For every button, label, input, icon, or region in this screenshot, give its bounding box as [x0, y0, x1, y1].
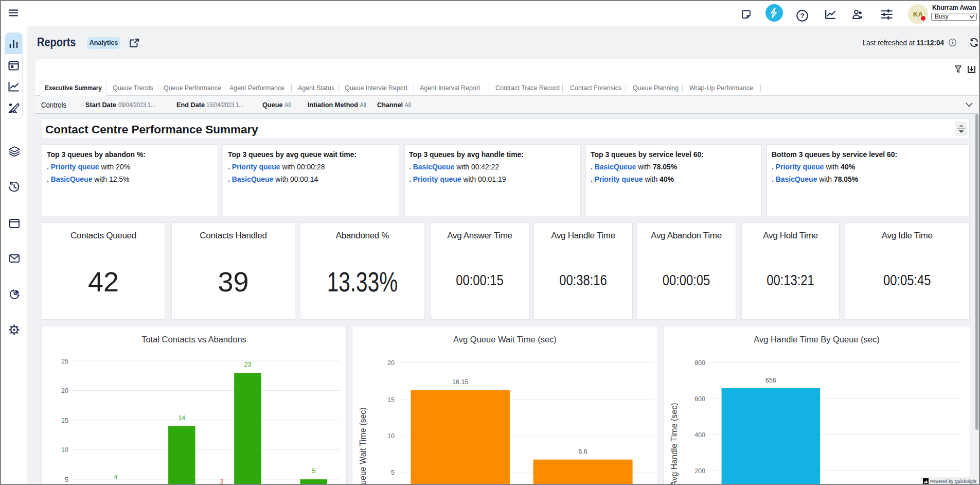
svg-text:20: 20 [61, 387, 68, 394]
svg-text:Total Contacts vs Abandons: Total Contacts vs Abandons [141, 335, 246, 344]
svg-text:800: 800 [694, 359, 705, 367]
svg-text:10: 10 [61, 446, 68, 454]
svg-text:14: 14 [178, 414, 185, 422]
svg-text:Avg Queue Wait Time (sec): Avg Queue Wait Time (sec) [359, 407, 367, 484]
svg-text:15: 15 [61, 417, 68, 424]
svg-text:3: 3 [220, 478, 224, 484]
svg-text:200: 200 [694, 467, 705, 475]
svg-text:Avg Queue Wait Time (sec): Avg Queue Wait Time (sec) [453, 335, 557, 344]
svg-text:20: 20 [387, 359, 395, 367]
svg-text:25: 25 [61, 358, 68, 365]
svg-text:4: 4 [114, 474, 118, 481]
svg-text:Avg Handle Time By Queue (sec): Avg Handle Time By Queue (sec) [754, 335, 880, 344]
svg-text:6.6: 6.6 [578, 448, 587, 455]
svg-text:10: 10 [387, 432, 395, 440]
svg-text:656: 656 [765, 377, 776, 384]
svg-text:16.15: 16.15 [452, 378, 468, 386]
svg-text:Avg Handle Time (sec): Avg Handle Time (sec) [670, 403, 679, 484]
svg-text:5: 5 [65, 476, 68, 483]
svg-text:5: 5 [391, 469, 395, 476]
svg-text:15: 15 [387, 396, 395, 404]
svg-text:23: 23 [244, 361, 251, 368]
svg-text:5: 5 [312, 467, 315, 475]
svg-text:400: 400 [694, 431, 705, 439]
svg-text:600: 600 [694, 395, 705, 403]
svg-text:?: ? [800, 12, 804, 20]
